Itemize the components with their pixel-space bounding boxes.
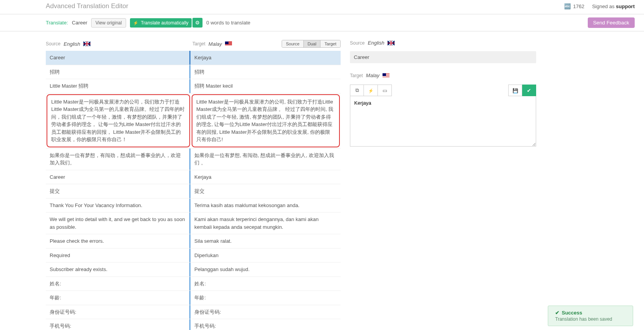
source-label: Source <box>46 41 61 47</box>
table-row[interactable]: Subscriber already exists.Pelanggan suda… <box>46 263 341 277</box>
editor-panel: Source English Career Target Malay <box>350 38 536 330</box>
source-cell: 年龄: <box>46 291 189 305</box>
translate-icon <box>564 3 571 9</box>
flag-uk-icon <box>83 41 90 46</box>
source-cell: 身份证号码: <box>46 305 189 319</box>
view-target-button[interactable]: Target <box>320 40 340 47</box>
bolt-icon <box>133 20 138 26</box>
book-icon <box>383 88 387 93</box>
table-row[interactable]: Thank You For Your Vacancy Information.T… <box>46 199 341 213</box>
target-cell: 姓名: <box>189 277 341 291</box>
table-row[interactable]: Please check the errors.Sila semak ralat… <box>46 234 341 249</box>
target-cell: Kerjaya <box>189 170 341 184</box>
table-row[interactable]: CareerKerjaya <box>46 170 341 185</box>
source-cell: Little Master是一间极具发展潜力的公司，我们致力于打造Little … <box>47 94 190 147</box>
view-dual-button[interactable]: Dual <box>303 40 320 47</box>
target-cell: 身份证号码: <box>189 305 341 319</box>
toolbar: Translate: Career View original Translat… <box>0 14 644 31</box>
target-cell: Pelanggan sudah wujud. <box>189 263 341 276</box>
flag-uk-icon <box>388 41 395 45</box>
table-row[interactable]: 招聘招聘 <box>46 65 341 79</box>
source-text-display: Career <box>350 51 536 63</box>
table-row[interactable]: Little Master是一间极具发展潜力的公司，我们致力于打造Little … <box>46 93 341 149</box>
translate-label: Translate: <box>46 20 68 26</box>
confirm-button[interactable] <box>522 85 536 96</box>
send-feedback-button[interactable]: Send Feedback <box>588 17 635 28</box>
app-title: Advanced Translation Editor <box>46 2 128 10</box>
success-toast: Success Translation has been saved <box>548 306 633 326</box>
word-count: 1762 <box>564 3 584 9</box>
table-row[interactable]: Little Master 招聘招聘 Master kecil <box>46 79 341 93</box>
table-row[interactable]: 身份证号码:身份证号码: <box>46 305 341 320</box>
target-cell: 提交 <box>189 184 341 198</box>
check-icon <box>527 88 531 93</box>
target-cell: Kerjaya <box>189 51 341 65</box>
copy-source-button[interactable] <box>350 85 364 96</box>
glossary-button[interactable] <box>378 85 392 96</box>
target-cell: Little Master是一间极具发展潜力的公司, 我们致力于打造Little… <box>192 94 340 147</box>
auto-translate-settings-button[interactable] <box>192 18 203 28</box>
editor-toolbar <box>350 85 536 96</box>
check-icon <box>555 310 559 316</box>
source-cell: 提交 <box>46 184 189 198</box>
target-cell: Diperlukan <box>189 249 341 263</box>
target-cell: 年龄: <box>189 291 341 305</box>
document-name: Career <box>72 20 87 26</box>
copy-icon <box>355 87 359 93</box>
table-row[interactable]: 年龄:年龄: <box>46 291 341 305</box>
source-cell: We will get into detail with it, and we … <box>46 213 189 234</box>
target-cell: 手机号码: <box>189 319 341 330</box>
signed-as: Signed as support <box>592 3 635 9</box>
table-row[interactable]: CareerKerjaya <box>46 51 341 65</box>
source-cell: Subscriber already exists. <box>46 263 189 276</box>
table-row[interactable]: 如果你是一位有梦想，有闯劲，想成就一番事业的人，欢迎加入我们。如果你是一位有梦想… <box>46 149 341 170</box>
translation-table: Source English Target Malay Source Dual … <box>46 38 341 330</box>
view-source-button[interactable]: Source <box>282 40 303 47</box>
flag-my-icon <box>383 73 390 78</box>
table-row[interactable]: 手机号码:手机号码: <box>46 319 341 330</box>
save-button[interactable] <box>508 85 522 96</box>
target-text-editor[interactable] <box>350 96 536 147</box>
source-cell: Little Master 招聘 <box>46 79 189 93</box>
source-cell: 姓名: <box>46 277 189 291</box>
target-label: Target <box>192 41 205 47</box>
source-cell: 手机号码: <box>46 319 189 330</box>
bolt-icon <box>368 88 374 93</box>
target-cell: 招聘 Master kecil <box>189 79 341 93</box>
source-cell: Career <box>46 170 189 184</box>
table-row[interactable]: We will get into detail with it, and we … <box>46 213 341 234</box>
save-icon <box>512 88 518 93</box>
source-cell: Thank You For Your Vacancy Information. <box>46 199 189 213</box>
translate-automatically-button[interactable]: Translate automatically <box>130 18 192 28</box>
target-cell: 招聘 <box>189 65 341 79</box>
table-row[interactable]: RequiredDiperlukan <box>46 249 341 263</box>
view-original-button[interactable]: View original <box>91 18 126 28</box>
target-cell: 如果你是一位有梦想, 有闯劲, 想成就一番事业的人, 欢迎加入我们 。 <box>189 149 341 170</box>
source-cell: Career <box>46 51 189 65</box>
target-cell: Sila semak ralat. <box>189 234 341 248</box>
table-row[interactable]: 姓名:姓名: <box>46 277 341 291</box>
words-to-translate: 0 words to translate <box>206 20 250 26</box>
flag-my-icon <box>225 41 232 46</box>
target-cell: Kami akan masuk terperinci dengannya, da… <box>189 213 341 234</box>
source-cell: Required <box>46 249 189 263</box>
target-cell: Terima kasih atas maklumat kekosongan an… <box>189 199 341 213</box>
auto-translate-segment-button[interactable] <box>364 85 378 96</box>
view-mode-toggle: Source Dual Target <box>282 40 341 48</box>
gear-icon <box>195 20 200 26</box>
table-row[interactable]: 提交提交 <box>46 184 341 199</box>
source-cell: 如果你是一位有梦想，有闯劲，想成就一番事业的人，欢迎加入我们。 <box>46 149 189 170</box>
source-cell: Please check the errors. <box>46 234 189 248</box>
app-header: Advanced Translation Editor 1762 Signed … <box>0 0 644 14</box>
source-cell: 招聘 <box>46 65 189 79</box>
